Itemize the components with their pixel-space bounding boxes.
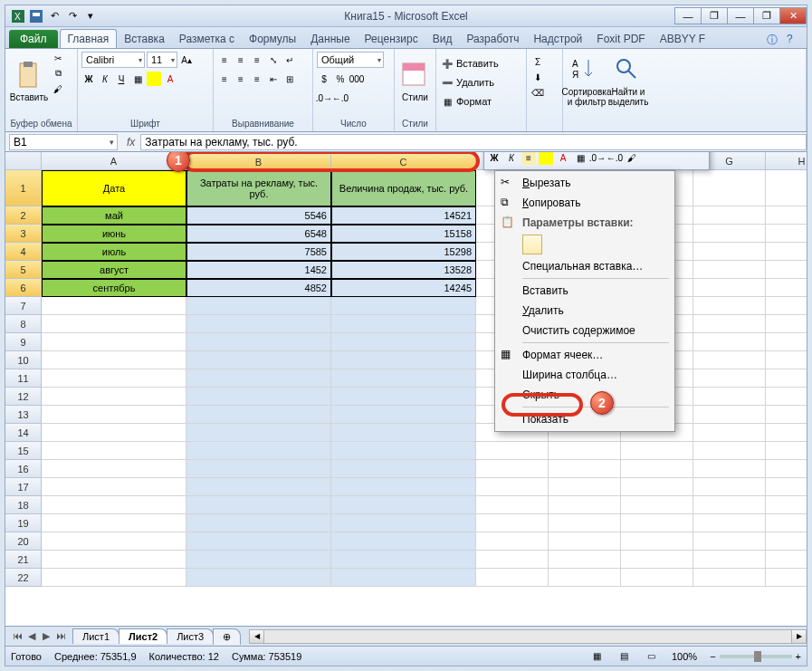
column-header-H[interactable]: H bbox=[766, 152, 807, 170]
zoom-level[interactable]: 100% bbox=[672, 651, 697, 662]
tab-developer[interactable]: Разработч bbox=[459, 30, 526, 48]
tab-review[interactable]: Рецензирс bbox=[358, 30, 425, 48]
sheet-new[interactable]: ⊕ bbox=[213, 628, 241, 645]
tab-home[interactable]: Главная bbox=[60, 29, 118, 48]
view-layout-icon[interactable]: ▤ bbox=[617, 649, 632, 664]
grow-font-icon[interactable]: A▴ bbox=[179, 53, 194, 67]
align-bot-icon[interactable]: ≡ bbox=[250, 53, 264, 67]
dec-decimal-icon[interactable]: ←.0 bbox=[333, 91, 348, 105]
row-header-11[interactable]: 11 bbox=[5, 369, 42, 388]
font-name-combo[interactable]: Calibri bbox=[81, 52, 145, 68]
align-top-icon[interactable]: ≡ bbox=[217, 53, 232, 67]
zoom-out-button[interactable]: − bbox=[710, 651, 715, 662]
find-select-button[interactable]: Найти и выделить bbox=[608, 51, 648, 112]
hscroll-right-button[interactable]: ▶ bbox=[791, 630, 806, 643]
format-painter-icon[interactable]: 🖌 bbox=[51, 81, 65, 96]
wrap-icon[interactable]: ↵ bbox=[282, 53, 297, 67]
cells-delete-button[interactable]: ➖Удалить bbox=[440, 73, 499, 91]
qat-dropdown-icon[interactable]: ▾ bbox=[83, 9, 98, 24]
fill-icon[interactable]: ⬇ bbox=[530, 70, 545, 84]
row-header-4[interactable]: 4 bbox=[5, 243, 42, 261]
align-left-icon[interactable]: ≡ bbox=[217, 72, 232, 86]
mini-inc-dec-icon[interactable]: .0→ bbox=[590, 152, 605, 165]
view-break-icon[interactable]: ▭ bbox=[645, 649, 659, 664]
doc-minimize-button[interactable]: — bbox=[674, 7, 702, 24]
undo-icon[interactable]: ↶ bbox=[47, 9, 62, 24]
row-header-22[interactable]: 22 bbox=[5, 569, 42, 587]
row-header-1[interactable]: 1 bbox=[5, 170, 42, 206]
minimize-button[interactable]: — bbox=[727, 7, 754, 24]
row-header-15[interactable]: 15 bbox=[5, 442, 42, 460]
row-header-7[interactable]: 7 bbox=[5, 297, 42, 315]
font-size-combo[interactable]: 11 bbox=[147, 52, 177, 68]
row-header-13[interactable]: 13 bbox=[5, 406, 42, 424]
tab-insert[interactable]: Вставка bbox=[117, 30, 172, 48]
grid[interactable]: ABCDEFGH1ДатаЗатраты на рекламу, тыс. ру… bbox=[5, 152, 807, 626]
column-header-B[interactable]: B bbox=[186, 152, 331, 170]
row-header-17[interactable]: 17 bbox=[5, 478, 42, 496]
row-header-18[interactable]: 18 bbox=[5, 496, 42, 514]
cells-format-button[interactable]: ▦Формат bbox=[440, 92, 499, 110]
styles-button[interactable]: Стили bbox=[398, 51, 432, 112]
horizontal-scrollbar[interactable]: ◀ ▶ bbox=[249, 629, 807, 644]
tab-formulas[interactable]: Формулы bbox=[242, 30, 303, 48]
tab-foxit[interactable]: Foxit PDF bbox=[589, 30, 652, 48]
paste-option-default[interactable] bbox=[522, 235, 542, 254]
ribbon-minimize-icon[interactable]: ⓘ bbox=[767, 33, 779, 45]
row-header-19[interactable]: 19 bbox=[5, 514, 42, 532]
hscroll-left-button[interactable]: ◀ bbox=[250, 630, 264, 643]
paste-button[interactable]: Вставить bbox=[9, 51, 49, 112]
maximize-button[interactable]: ❐ bbox=[753, 7, 780, 24]
indent-dec-icon[interactable]: ⇤ bbox=[266, 72, 281, 86]
row-header-3[interactable]: 3 bbox=[5, 225, 42, 243]
close-button[interactable]: ✕ bbox=[779, 7, 807, 24]
ctx-clear[interactable]: Очистить содержимое bbox=[497, 321, 673, 340]
sheet-nav-next[interactable]: ▶ bbox=[40, 630, 53, 642]
currency-icon[interactable]: $ bbox=[317, 72, 331, 86]
sheet-nav-prev[interactable]: ◀ bbox=[25, 630, 38, 642]
tab-file[interactable]: Файл bbox=[9, 30, 58, 48]
row-header-16[interactable]: 16 bbox=[5, 460, 42, 478]
cut-icon[interactable]: ✂ bbox=[51, 51, 65, 65]
row-header-14[interactable]: 14 bbox=[5, 424, 42, 442]
ctx-hide[interactable]: Скрыть bbox=[497, 385, 673, 405]
merge-icon[interactable]: ⊞ bbox=[282, 72, 297, 86]
sheet-tab-2[interactable]: Лист2 bbox=[119, 628, 167, 644]
column-header-A[interactable]: A bbox=[42, 152, 186, 170]
mini-fontcolor-button[interactable]: A bbox=[556, 152, 570, 165]
align-right-icon[interactable]: ≡ bbox=[250, 72, 264, 86]
inc-decimal-icon[interactable]: .0→ bbox=[317, 91, 331, 105]
ctx-format-cells[interactable]: ▦Формат ячеек… bbox=[497, 345, 673, 365]
italic-button[interactable]: К bbox=[98, 72, 112, 86]
mini-painter-icon[interactable]: 🖌 bbox=[625, 152, 639, 165]
tab-addins[interactable]: Надстрой bbox=[526, 30, 589, 48]
sheet-nav-first[interactable]: ⏮ bbox=[11, 630, 24, 642]
row-header-21[interactable]: 21 bbox=[5, 551, 42, 569]
mini-center-icon[interactable]: ≡ bbox=[521, 152, 536, 165]
column-header-C[interactable]: C bbox=[331, 152, 476, 170]
clear-icon[interactable]: ⌫ bbox=[530, 85, 545, 100]
doc-restore-button[interactable]: ❐ bbox=[701, 7, 728, 24]
sheet-tab-3[interactable]: Лист3 bbox=[167, 628, 214, 644]
fill-color-button[interactable] bbox=[147, 72, 161, 86]
orientation-icon[interactable]: ⤡ bbox=[266, 53, 281, 67]
tab-layout[interactable]: Разметка с bbox=[172, 30, 242, 48]
mini-dec-dec-icon[interactable]: ←.0 bbox=[607, 152, 622, 165]
tab-data[interactable]: Данные bbox=[303, 30, 357, 48]
mini-bold-button[interactable]: Ж bbox=[487, 152, 502, 165]
border-button[interactable]: ▦ bbox=[130, 72, 145, 86]
copy-icon[interactable]: ⧉ bbox=[51, 66, 65, 81]
ctx-insert[interactable]: Вставить bbox=[497, 281, 673, 301]
zoom-in-button[interactable]: + bbox=[796, 651, 801, 662]
row-header-9[interactable]: 9 bbox=[5, 333, 42, 351]
ctx-column-width[interactable]: Ширина столбца… bbox=[497, 365, 673, 385]
ctx-delete[interactable]: Удалить bbox=[497, 301, 673, 321]
align-center-icon[interactable]: ≡ bbox=[234, 72, 248, 86]
save-icon[interactable] bbox=[29, 9, 43, 24]
percent-icon[interactable]: % bbox=[333, 72, 348, 86]
align-mid-icon[interactable]: ≡ bbox=[234, 53, 248, 67]
fx-icon[interactable]: fx bbox=[121, 136, 140, 149]
ctx-paste-special[interactable]: Специальная вставка… bbox=[497, 256, 673, 276]
ctx-show[interactable]: Показать bbox=[497, 409, 673, 429]
row-header-20[interactable]: 20 bbox=[5, 532, 42, 551]
